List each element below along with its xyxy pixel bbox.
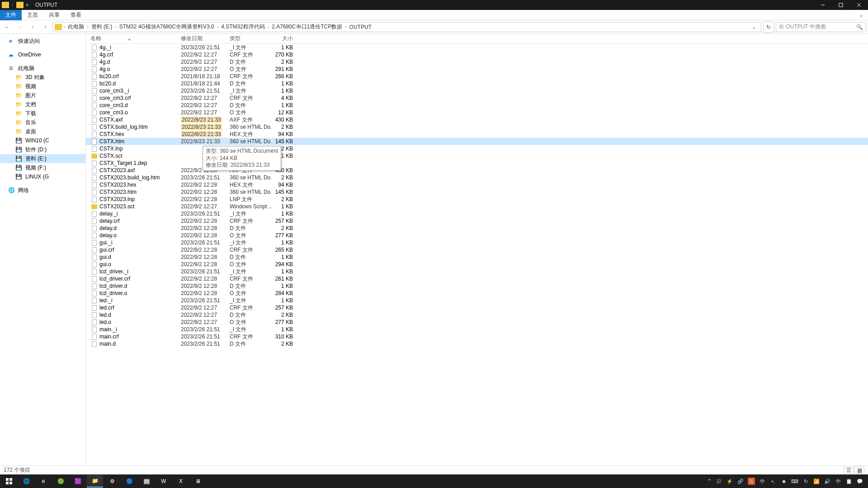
file-row[interactable]: bc20.d2021/8/18 21:44D 文件1 KB bbox=[86, 80, 868, 87]
view-icons-button[interactable]: ▦ bbox=[854, 467, 864, 474]
file-row[interactable]: delay.o2022/9/2 12:28O 文件277 KB bbox=[86, 232, 868, 239]
file-row[interactable]: delay.crf2022/9/2 12:28CRF 文件257 KB bbox=[86, 217, 868, 225]
crumb[interactable]: 资料 (E:) bbox=[90, 23, 114, 31]
taskbar-app[interactable]: 🖥 bbox=[190, 475, 206, 488]
file-row[interactable]: gui._i2023/2/26 21:51_I 文件1 KB bbox=[86, 239, 868, 246]
taskbar-app[interactable]: ⚙ bbox=[104, 475, 120, 488]
file-row[interactable]: gui.o2022/9/2 12:28O 文件294 KB bbox=[86, 261, 868, 268]
column-size[interactable]: 大小 bbox=[271, 35, 297, 42]
ribbon-tab-file[interactable]: 文件 bbox=[0, 10, 22, 20]
file-row[interactable]: lcd_driver.o2022/9/2 12:28O 文件284 KB bbox=[86, 290, 868, 297]
file-row[interactable]: gui.crf2022/9/2 12:28CRF 文件265 KB bbox=[86, 246, 868, 253]
file-row[interactable]: bc20.crf2021/8/18 21:18CRF 文件266 KB bbox=[86, 73, 868, 80]
tray-icon[interactable]: ☑ bbox=[715, 478, 722, 485]
ribbon-tab-view[interactable]: 查看 bbox=[65, 10, 87, 20]
sidebar-item[interactable]: 📁视频 bbox=[0, 82, 85, 91]
file-row[interactable]: CSTX.htm2022/8/23 21:33360 se HTML Do...… bbox=[86, 138, 868, 145]
tray-icon[interactable]: 中 bbox=[759, 478, 766, 485]
column-type[interactable]: 类型 bbox=[230, 35, 271, 42]
column-name[interactable]: 名称▴ bbox=[90, 35, 181, 42]
file-row[interactable]: 4g._i2023/2/26 21:51_I 文件1 KB bbox=[86, 44, 868, 51]
nav-up-button[interactable]: ↑ bbox=[40, 22, 51, 33]
file-row[interactable]: led.crf2022/9/2 12:27CRF 文件257 KB bbox=[86, 304, 868, 311]
tray-icon[interactable]: ☻ bbox=[780, 478, 788, 485]
taskbar-edge[interactable]: 🌐 bbox=[18, 475, 34, 488]
file-row[interactable]: 4g.d2022/9/2 12:27D 文件2 KB bbox=[86, 58, 868, 66]
file-row[interactable]: main._i2023/2/26 21:51_I 文件1 KB bbox=[86, 326, 868, 333]
maximize-button[interactable] bbox=[832, 0, 850, 10]
crumb[interactable]: STM32 4G模块A7680C全网通资料V3.0 bbox=[118, 23, 216, 31]
taskbar-excel[interactable]: X bbox=[173, 475, 189, 488]
file-row[interactable]: 4g.crf2022/9/2 12:27CRF 文件270 KB bbox=[86, 51, 868, 58]
chevron-right-icon[interactable]: › bbox=[87, 24, 88, 29]
file-row[interactable]: CSTX.axf2022/8/23 21:33AXF 文件430 KB bbox=[86, 116, 868, 123]
chevron-right-icon[interactable]: › bbox=[345, 24, 346, 29]
chevron-right-icon[interactable]: › bbox=[64, 24, 65, 29]
start-button[interactable] bbox=[1, 475, 17, 488]
sidebar-item[interactable]: 📁下载 bbox=[0, 109, 85, 118]
tray-icon[interactable]: 🔗 bbox=[737, 478, 744, 485]
ribbon-help-icon[interactable]: ⌄ bbox=[854, 12, 868, 18]
minimize-button[interactable] bbox=[814, 0, 832, 10]
taskbar-app[interactable]: 🏢 bbox=[138, 475, 155, 488]
file-row[interactable]: CSTX2023.lnp2022/9/2 12:28LNP 文件2 KB bbox=[86, 196, 868, 203]
sidebar-item[interactable]: 📁图片 bbox=[0, 91, 85, 100]
sidebar-item[interactable]: 📁文档 bbox=[0, 100, 85, 109]
file-list[interactable]: 4g._i2023/2/26 21:51_I 文件1 KB4g.crf2022/… bbox=[86, 44, 868, 465]
taskbar-explorer[interactable]: 📁 bbox=[87, 475, 103, 488]
file-row[interactable]: lcd_driver._i2023/2/26 21:51_I 文件1 KB bbox=[86, 268, 868, 275]
ribbon-tab-home[interactable]: 主页 bbox=[22, 10, 43, 20]
crumb[interactable]: 2.A7680C串口1透传TCP数据 bbox=[270, 23, 344, 31]
file-row[interactable]: led._i2023/2/26 21:51_I 文件1 KB bbox=[86, 297, 868, 304]
file-row[interactable]: CSTX2023.sct2022/9/2 12:27Windows Script… bbox=[86, 203, 868, 210]
sidebar-item[interactable]: 💾WIN10 (C bbox=[0, 136, 85, 145]
file-row[interactable]: led.o2022/9/2 12:27O 文件277 KB bbox=[86, 319, 868, 326]
sidebar-item[interactable]: 📁音乐 bbox=[0, 118, 85, 127]
tray-network-icon[interactable]: 📶 bbox=[813, 478, 820, 485]
qat-dropdown-icon[interactable]: ▾ bbox=[24, 2, 30, 8]
close-button[interactable] bbox=[850, 0, 868, 10]
tray-icon[interactable]: •, bbox=[769, 478, 777, 485]
taskbar-app[interactable]: 🔵 bbox=[121, 475, 137, 488]
file-row[interactable]: core_cm3.crf2022/9/2 12:27CRF 文件4 KB bbox=[86, 94, 868, 102]
file-row[interactable]: core_cm3.o2022/9/2 12:27O 文件12 KB bbox=[86, 109, 868, 116]
file-row[interactable]: CSTX2023.build_log.htm2023/2/26 21:51360… bbox=[86, 174, 868, 181]
chevron-right-icon[interactable]: › bbox=[115, 24, 116, 29]
nav-recent-dropdown[interactable]: ▾ bbox=[27, 22, 38, 33]
tray-icon[interactable]: ⌨ bbox=[791, 478, 798, 485]
file-row[interactable]: CSTX.build_log.htm2022/8/23 21:33360 se … bbox=[86, 123, 868, 131]
file-row[interactable]: delay.d2022/9/2 12:28D 文件2 KB bbox=[86, 225, 868, 232]
crumb[interactable]: OUTPUT bbox=[348, 23, 373, 31]
tray-ime-icon[interactable]: S bbox=[748, 478, 755, 485]
sidebar-this-pc[interactable]: 🖥此电脑 bbox=[0, 64, 85, 73]
chevron-right-icon[interactable]: › bbox=[217, 24, 218, 29]
tray-icon[interactable]: 中 bbox=[835, 478, 842, 485]
file-row[interactable]: led.d2022/9/2 12:27D 文件2 KB bbox=[86, 311, 868, 319]
file-row[interactable]: CSTX2023.htm2022/9/2 12:28360 se HTML Do… bbox=[86, 188, 868, 196]
file-row[interactable]: CSTX2023.hex2022/9/2 12:28HEX 文件94 KB bbox=[86, 181, 868, 188]
column-date[interactable]: 修改日期 bbox=[181, 35, 230, 42]
view-details-button[interactable]: ☰ bbox=[844, 467, 854, 474]
taskbar-app[interactable]: 🟢 bbox=[52, 475, 69, 488]
file-row[interactable]: core_cm3._i2023/2/26 21:51_I 文件1 KB bbox=[86, 87, 868, 94]
sidebar-item[interactable]: 💾软件 (D:) bbox=[0, 145, 85, 154]
sidebar-item[interactable]: 💾视频 (F:) bbox=[0, 163, 85, 172]
tray-volume-icon[interactable]: 🔊 bbox=[824, 478, 831, 485]
search-input[interactable]: 在 OUTPUT 中搜索 🔍 bbox=[776, 22, 866, 32]
taskbar-word[interactable]: W bbox=[156, 475, 172, 488]
sidebar-item[interactable]: 💾LINUX (G bbox=[0, 172, 85, 181]
taskbar-app[interactable]: 🟪 bbox=[70, 475, 86, 488]
sidebar-quick-access[interactable]: ★快速访问 bbox=[0, 37, 85, 46]
chevron-right-icon[interactable]: › bbox=[268, 24, 269, 29]
file-row[interactable]: delay._i2023/2/26 21:51_I 文件1 KB bbox=[86, 210, 868, 217]
file-row[interactable]: main.d2023/2/26 21:51D 文件2 KB bbox=[86, 340, 868, 347]
tray-icon[interactable]: ↻ bbox=[802, 478, 809, 485]
crumb[interactable]: 4.STM32程序代码 bbox=[219, 23, 267, 31]
sidebar-item[interactable]: 📁3D 对象 bbox=[0, 73, 85, 82]
tray-up-icon[interactable]: ⌃ bbox=[707, 478, 712, 484]
sidebar-network[interactable]: 🌐网络 bbox=[0, 186, 85, 195]
address-dropdown-icon[interactable]: ⌄ bbox=[749, 24, 759, 30]
tray-notifications-icon[interactable]: 💬 bbox=[856, 478, 863, 485]
file-row[interactable]: main.crf2023/2/26 21:51CRF 文件310 KB bbox=[86, 333, 868, 340]
tray-icon[interactable]: ⚡ bbox=[726, 478, 733, 485]
